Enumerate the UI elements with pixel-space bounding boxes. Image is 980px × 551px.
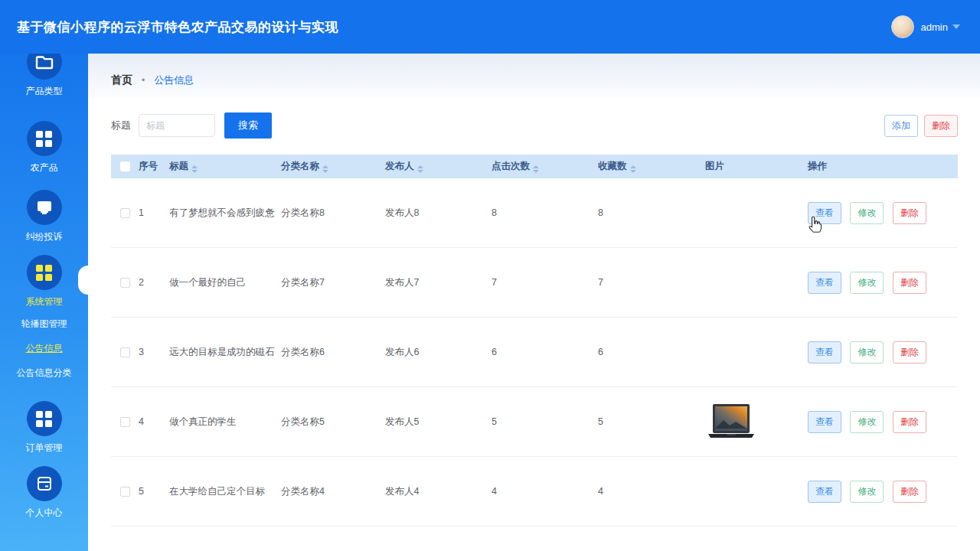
cell-publisher: 发布人8 [385,207,492,220]
submenu-item-announcement-categories[interactable]: 公告信息分类 [17,360,72,385]
col-header-favorites[interactable]: 收藏数 [598,160,705,173]
laptop-photo [707,403,756,440]
grid-icon [27,401,62,436]
row-delete-button[interactable]: 删除 [893,272,926,294]
folder-icon [27,54,62,80]
cell-no: 5 [139,486,169,497]
view-button[interactable]: 查看 [808,202,841,224]
cell-no: 3 [139,347,169,357]
app-title: 基于微信小程序的云浮市特色农产品交易的设计与实现 [17,18,338,36]
delete-button[interactable]: 删除 [924,115,958,137]
row-checkbox[interactable] [120,278,130,288]
row-delete-button[interactable]: 删除 [893,341,926,364]
sidebar-item-label: 订单管理 [26,442,63,453]
cell-no: 2 [139,277,169,288]
announcements-table: 序号 标题 分类名称 发布人 点击次数 收藏数 图片 操作 1 有了梦想就不会感… [111,155,958,551]
edit-button[interactable]: 修改 [850,411,884,433]
cell-publisher: 发布人5 [385,416,492,429]
sidebar-item-label: 个人中心 [26,507,63,518]
table-row: 4 做个真正的学生 分类名称5 发布人5 5 5 [111,387,958,457]
cell-clicks: 4 [492,486,598,497]
row-delete-button[interactable]: 删除 [893,202,926,224]
cell-no: 1 [139,207,169,218]
row-checkbox[interactable] [120,487,130,497]
search-button[interactable]: 搜索 [224,112,272,139]
cell-title: 做一个最好的自己 [169,276,281,289]
cell-actions: 查看 修改 删除 [808,411,958,433]
row-checkbox[interactable] [120,417,130,427]
submenu-item-carousel[interactable]: 轮播图管理 [21,311,67,336]
col-header-clicks[interactable]: 点击次数 [492,160,598,173]
cell-title: 做个真正的学生 [169,416,281,429]
table-row: 3 远大的目标是成功的磁石 分类名称6 发布人6 6 6 查看 修改 删除 [111,318,958,387]
sidebar-item-label: 农产品 [31,162,58,173]
cell-clicks: 7 [492,277,598,288]
col-header-publisher[interactable]: 发布人 [385,160,492,173]
sidebar: 产品类型 农产品 纠纷投诉 系统管理 轮播图管理 公告信息 公告信息分类 [0,54,88,551]
avatar[interactable] [891,15,914,38]
row-delete-button[interactable]: 删除 [893,411,926,433]
grid-icon [27,255,62,290]
row-checkbox[interactable] [120,347,130,357]
select-all-checkbox[interactable] [120,161,130,171]
sidebar-item-farm-products[interactable]: 农产品 [27,121,62,173]
cell-category: 分类名称5 [281,416,385,429]
table-row: 5 在大学给自己定个目标 分类名称4 发布人4 4 4 查看 修改 删除 [111,457,958,527]
sidebar-item-label: 纠纷投诉 [26,231,63,242]
cell-category: 分类名称4 [281,485,385,498]
col-header-title[interactable]: 标题 [169,160,281,173]
col-header-actions: 操作 [808,160,958,173]
edit-button[interactable]: 修改 [850,202,884,224]
cell-title: 有了梦想就不会感到疲惫 [169,207,281,220]
sort-icon[interactable] [417,165,423,173]
search-input[interactable] [139,114,215,137]
cell-title: 远大的目标是成功的磁石 [169,346,281,359]
sort-icon[interactable] [322,165,328,173]
sidebar-item-system-management[interactable]: 系统管理 [26,255,63,307]
main-content: 首页 • 公告信息 标题 搜索 添加 删除 序号 标题 分类名称 发布人 [88,54,980,551]
cell-clicks: 6 [492,347,598,357]
cell-publisher: 发布人6 [385,346,492,359]
view-button[interactable]: 查看 [808,411,841,433]
table-row-partial [111,527,958,551]
active-item-notch [78,266,88,295]
system-management-submenu: 轮播图管理 公告信息 公告信息分类 [17,311,72,385]
col-header-category[interactable]: 分类名称 [281,160,385,173]
card-icon [27,466,62,501]
cell-category: 分类名称6 [281,346,385,359]
cell-publisher: 发布人7 [385,276,492,289]
add-button[interactable]: 添加 [884,115,918,137]
sidebar-item-personal-center[interactable]: 个人中心 [26,466,63,518]
edit-button[interactable]: 修改 [850,272,884,294]
sort-icon[interactable] [191,165,198,173]
user-menu[interactable]: admin [891,15,960,38]
sidebar-item-disputes[interactable]: 纠纷投诉 [26,190,63,242]
username-label: admin [921,21,948,33]
view-button[interactable]: 查看 [808,341,841,364]
edit-button[interactable]: 修改 [850,481,884,503]
top-header: 基于微信小程序的云浮市特色农产品交易的设计与实现 admin [0,0,980,54]
breadcrumb: 首页 • 公告信息 [88,54,980,98]
edit-button[interactable]: 修改 [850,341,884,364]
sidebar-item-product-type[interactable]: 产品类型 [26,54,63,96]
view-button[interactable]: 查看 [808,481,841,503]
view-button[interactable]: 查看 [808,272,841,294]
sidebar-item-orders[interactable]: 订单管理 [26,401,63,453]
col-header-no[interactable]: 序号 [139,160,169,173]
col-header-image: 图片 [705,160,808,173]
cell-no: 4 [139,416,169,427]
cell-favorites: 7 [598,277,705,288]
search-field-label: 标题 [111,119,131,132]
cell-actions: 查看 修改 删除 [808,341,958,364]
sort-icon[interactable] [533,165,539,173]
cell-category: 分类名称7 [281,276,385,289]
submenu-item-announcements[interactable]: 公告信息 [26,336,63,360]
breadcrumb-home[interactable]: 首页 [111,73,132,87]
cell-actions: 查看 修改 删除 [808,481,958,503]
cell-clicks: 8 [492,207,598,218]
table-header-row: 序号 标题 分类名称 发布人 点击次数 收藏数 图片 操作 [111,155,958,178]
row-checkbox[interactable] [120,208,130,218]
row-delete-button[interactable]: 删除 [893,481,926,503]
breadcrumb-current[interactable]: 公告信息 [154,73,194,87]
sort-icon[interactable] [630,165,636,173]
